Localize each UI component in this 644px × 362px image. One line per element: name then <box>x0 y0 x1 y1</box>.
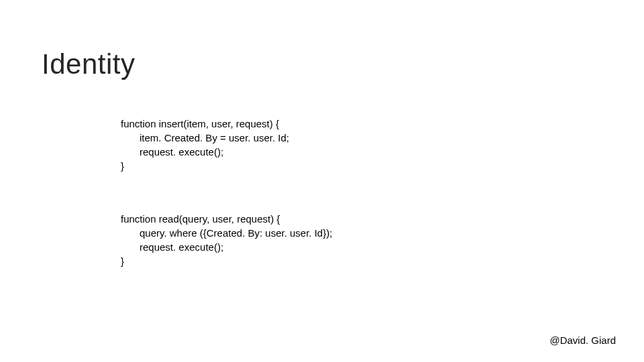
code-line: item. Created. By = user. user. Id; <box>121 131 289 145</box>
code-line: } <box>121 159 289 173</box>
code-block-insert: function insert(item, user, request) { i… <box>121 117 289 173</box>
code-line: request. execute(); <box>121 145 289 159</box>
code-line: request. execute(); <box>121 240 332 254</box>
code-line: function read(query, user, request) { <box>121 212 332 226</box>
code-line: } <box>121 254 332 268</box>
footer-author: @David. Giard <box>549 335 616 346</box>
code-line: function insert(item, user, request) { <box>121 117 289 131</box>
slide-title: Identity <box>42 48 135 80</box>
code-block-read: function read(query, user, request) { qu… <box>121 212 332 268</box>
code-line: query. where ({Created. By: user. user. … <box>121 226 332 240</box>
